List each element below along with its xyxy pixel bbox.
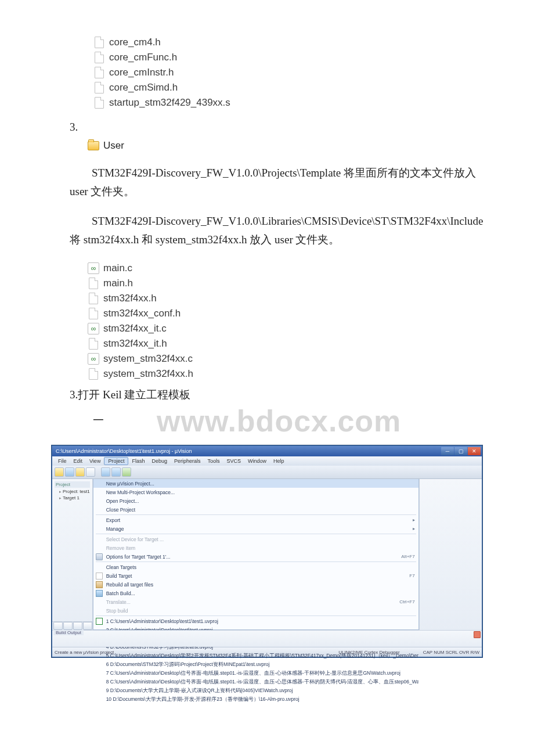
menu-dropdown-item[interactable]: New Multi-Project Workspace... — [93, 488, 418, 496]
ide-project-panel: Project Project: test1Target 1 — [52, 479, 93, 630]
window-maximize-button[interactable]: ▢ — [454, 447, 467, 455]
menu-item-help[interactable]: Help — [270, 458, 288, 465]
menu-item-debug[interactable]: Debug — [148, 458, 171, 465]
menu-dropdown-item: Select Device for Target ... — [93, 535, 418, 543]
menu-dropdown-item[interactable]: Manage▸ — [93, 524, 418, 533]
menu-dropdown-item[interactable]: 6 D:\Documents\STM32学习源码\Project\Project… — [93, 660, 418, 669]
menu-dropdown-item[interactable]: Export▸ — [93, 516, 418, 524]
file-row: startup_stm32f429_439xx.s — [93, 95, 534, 110]
paragraph-include-path: STM32F429I-Discovery_FW_V1.0.0\Libraries… — [70, 212, 493, 250]
mi-check-icon — [96, 618, 103, 625]
file-row: core_cmSimd.h — [93, 80, 534, 95]
menu-item-project[interactable]: Project — [104, 457, 128, 465]
menu-item-view[interactable]: View — [86, 458, 104, 465]
menu-item-label: Build Target — [106, 573, 132, 579]
menu-item-shortcut: Alt+F7 — [394, 554, 414, 559]
menu-item-label: New Multi-Project Workspace... — [106, 489, 175, 495]
menu-dropdown-item[interactable]: 5 C:\Users\Administrator\Desktop\学習2开发板S… — [93, 651, 418, 660]
step-3-heading: 3.打开 Keil 建立工程模板 — [70, 387, 534, 402]
menu-item-peripherals[interactable]: Peripherals — [171, 458, 204, 465]
toolbar-button[interactable] — [55, 467, 64, 477]
left-tab-func[interactable] — [73, 622, 82, 630]
project-menu-dropdown: New µVision Project...New Multi-Project … — [93, 479, 419, 630]
ide-menu-bar: FileEditViewProjectFlashDebugPeripherals… — [52, 456, 482, 466]
menu-item-label: Translate... — [106, 599, 131, 605]
menu-dropdown-item[interactable]: Options for Target 'Target 1'...Alt+F7 — [93, 552, 418, 561]
menu-dropdown-item[interactable]: Batch Build... — [93, 589, 418, 597]
menu-item-label: 7 C:\Users\Administrator\Desktop\信号界面-电纸… — [106, 670, 400, 677]
tree-node[interactable]: Project: test1 — [55, 489, 90, 494]
keil-ide-screenshot: C:\Users\Administrator\Desktop\test1\tes… — [52, 445, 482, 657]
toolbar-button[interactable] — [86, 467, 95, 477]
build-output-header: Build Output — [53, 630, 84, 635]
file-icon — [93, 51, 106, 64]
menu-dropdown-item[interactable]: Open Project... — [93, 496, 418, 505]
file-name-label: stm32f4xx.h — [103, 293, 157, 304]
menu-dropdown-item[interactable]: 8 C:\Users\Administrator\Desktop\信号界面-电纸… — [93, 678, 418, 686]
status-right: CAP NUM SCRL OVR R/W — [423, 650, 479, 655]
file-row: stm32f4xx_it.h — [87, 336, 534, 351]
menu-item-label: Batch Build... — [106, 591, 135, 596]
file-name-label: core_cmFunc.h — [109, 52, 177, 63]
menu-dropdown-item[interactable]: Clean Targets — [93, 563, 418, 571]
menu-item-tools[interactable]: Tools — [204, 458, 223, 465]
menu-item-label: 1 C:\Users\Administrator\Desktop\test1\t… — [106, 618, 218, 624]
c-file-icon — [87, 352, 100, 365]
menu-item-label: Select Device for Target ... — [106, 537, 164, 542]
window-minimize-button[interactable]: ─ — [441, 447, 454, 455]
file-row: main.h — [87, 276, 534, 291]
menu-item-file[interactable]: File — [55, 458, 70, 465]
file-name-label: startup_stm32f429_439xx.s — [109, 97, 230, 109]
menu-item-edit[interactable]: Edit — [70, 458, 86, 465]
menu-item-label: 9 D:\Documents\大学大四上学期-嵌入式课设QR上资料代码(0405… — [106, 687, 293, 694]
build-output-close-button[interactable] — [474, 631, 481, 638]
c-file-icon — [87, 322, 100, 335]
toolbar-button[interactable] — [75, 467, 85, 477]
cmsis-file-list: core_cm4.hcore_cmFunc.hcore_cmInstr.hcor… — [93, 35, 534, 110]
menu-dropdown-item[interactable]: 7 C:\Users\Administrator\Desktop\信号界面-电纸… — [93, 669, 418, 678]
menu-item-label: 10 D:\Documents\大学大四上学期-开发-开源程序23（香华微编号）… — [106, 696, 300, 703]
menu-dropdown-item[interactable]: Close Project — [93, 505, 418, 514]
menu-dropdown-item[interactable]: 9 D:\Documents\大学大四上学期-嵌入式课设QR上资料代码(0405… — [93, 686, 418, 695]
left-tab-project[interactable] — [53, 622, 63, 630]
file-icon — [93, 96, 106, 109]
ide-right-panel — [419, 479, 482, 630]
menu-dropdown-item: Stop build — [93, 606, 418, 615]
user-file-list: main.cmain.hstm32f4xx.hstm32f4xx_conf.hs… — [87, 261, 534, 381]
left-tab-temp[interactable] — [83, 622, 92, 630]
tree-node[interactable]: Target 1 — [55, 495, 90, 501]
menu-item-label: Rebuild all target files — [106, 582, 153, 588]
file-name-label: core_cmInstr.h — [109, 67, 174, 78]
menu-dropdown-item[interactable]: Build TargetF7 — [93, 571, 418, 580]
menu-dropdown-item[interactable]: 1 C:\Users\Administrator\Desktop\test1\t… — [93, 617, 418, 625]
file-row: core_cmFunc.h — [93, 50, 534, 65]
file-icon — [87, 337, 100, 350]
menu-dropdown-item[interactable]: 10 D:\Documents\大学大四上学期-开发-开源程序23（香华微编号）… — [93, 695, 418, 704]
left-panel-tabs — [52, 621, 92, 630]
left-tab-books[interactable] — [63, 622, 73, 630]
menu-item-flash[interactable]: Flash — [128, 458, 148, 465]
file-name-label: system_stm32f4xx.h — [103, 368, 193, 380]
file-name-label: core_cmSimd.h — [109, 82, 178, 93]
toolbar-button[interactable] — [65, 467, 74, 477]
menu-item-label: Export — [106, 517, 121, 523]
toolbar-button[interactable] — [111, 467, 121, 477]
file-row: core_cmInstr.h — [93, 65, 534, 80]
menu-dropdown-item[interactable]: Rebuild all target files — [93, 580, 418, 589]
ide-window-title: C:\Users\Administrator\Desktop\test1\tes… — [56, 448, 192, 454]
toolbar-button[interactable] — [101, 467, 110, 477]
window-close-button[interactable]: ✕ — [468, 447, 481, 455]
c-file-icon — [87, 262, 100, 275]
file-name-label: stm32f4xx_it.h — [103, 338, 167, 350]
menu-dropdown-item[interactable]: New µVision Project... — [93, 479, 418, 488]
file-icon — [93, 81, 106, 94]
menu-item-window[interactable]: Window — [244, 458, 270, 465]
watermark-text: www.bdocx.com — [157, 404, 401, 438]
toolbar-button[interactable] — [122, 467, 131, 477]
menu-item-label: Clean Targets — [106, 564, 136, 570]
menu-item-label: 5 C:\Users\Administrator\Desktop\学習2开发板S… — [106, 653, 418, 660]
menu-dropdown-item: Translate...Ctrl+F7 — [93, 597, 418, 606]
menu-item-shortcut: Ctrl+F7 — [392, 599, 414, 604]
menu-item-svcs[interactable]: SVCS — [223, 458, 245, 465]
menu-item-label: Open Project... — [106, 498, 139, 504]
